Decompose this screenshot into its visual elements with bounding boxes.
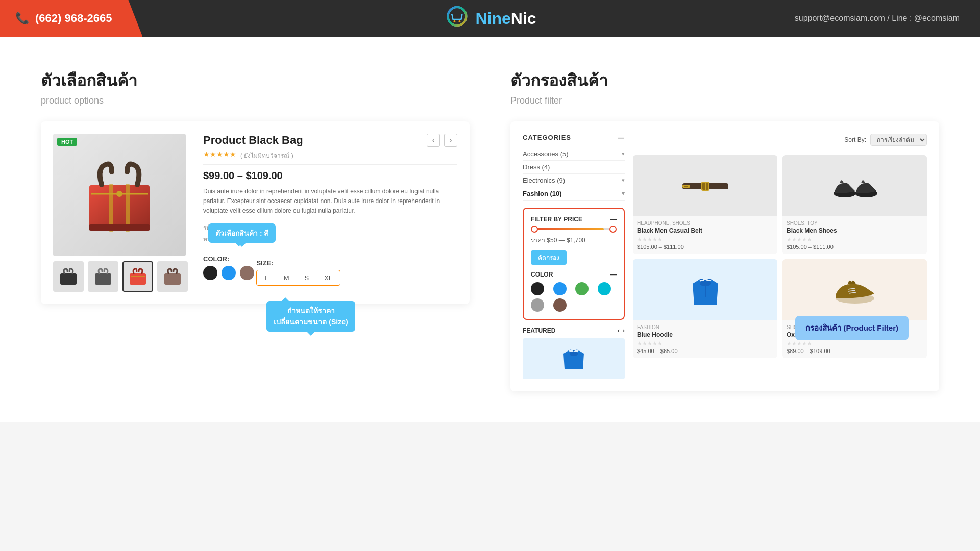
color-swatches: [203, 266, 254, 280]
cat-accessories[interactable]: Accessories (5) ▾: [523, 147, 625, 161]
filter-button[interactable]: ค้ดกรอง: [531, 250, 567, 265]
product-demo: HOT: [53, 134, 457, 292]
size-label: SIZE:: [256, 259, 340, 267]
sort-label: Sort By:: [844, 136, 866, 143]
product-card-hoodie[interactable]: FASHION Blue Hoodie ★★★★★ $45.00 – $65.0…: [633, 259, 777, 358]
cat-fashion[interactable]: Fashion (10) ▾: [523, 187, 625, 201]
sections-row: ตัวเลือกสินค้า product options ‹ › HOT: [41, 67, 939, 391]
slider-left-thumb[interactable]: [531, 226, 538, 233]
thumb-1[interactable]: [53, 261, 84, 292]
hoodie-image: [633, 259, 777, 320]
svg-point-1: [448, 7, 466, 26]
right-title-en: Product filter: [510, 95, 939, 106]
filter-color-brown[interactable]: [553, 298, 567, 312]
left-title-thai: ตัวเลือกสินค้า: [41, 67, 470, 93]
product-nav: ‹ ›: [427, 134, 457, 147]
featured-prev[interactable]: ‹: [618, 327, 620, 334]
product-stars: ★★★★★: [203, 150, 236, 158]
filter-color-cyan[interactable]: [598, 282, 611, 295]
featured-items: [523, 338, 625, 379]
size-tooltip: กำหนดให้ราคา เปลี่ยนตามขนาด (Size): [266, 301, 355, 332]
svg-rect-26: [700, 281, 711, 286]
phone-section: 📞 (662) 968-2665: [0, 0, 142, 37]
slider-right-thumb[interactable]: [609, 226, 617, 233]
hoodie-info: FASHION Blue Hoodie ★★★★★ $45.00 – $65.0…: [633, 320, 777, 358]
belt-image: [633, 155, 777, 216]
filter-demo: CATEGORIES — Accessories (5) ▾ Dress (4): [523, 134, 927, 379]
categories-label: CATEGORIES: [523, 134, 571, 141]
filter-color-green[interactable]: [575, 282, 589, 295]
logo: NineNic: [444, 5, 536, 32]
featured-next[interactable]: ›: [623, 327, 625, 334]
hoodie-price: $45.00 – $65.00: [637, 348, 773, 354]
thumb-2[interactable]: [88, 261, 118, 292]
sort-select[interactable]: การเรียงล่าตัม: [870, 134, 927, 146]
cat-arrow-fashion: ▾: [622, 190, 625, 197]
price-slider[interactable]: [531, 228, 617, 230]
product-cards-row-2: FASHION Blue Hoodie ★★★★★ $45.00 – $65.0…: [633, 259, 927, 358]
filter-color-gray[interactable]: [531, 298, 544, 312]
review-text: ( ยังไม่มีทบวิจารณ์ ): [240, 151, 293, 160]
filter-color-blue[interactable]: [553, 282, 567, 295]
filter-color-black[interactable]: [531, 282, 544, 295]
svg-rect-20: [684, 186, 688, 187]
size-M[interactable]: M: [278, 272, 296, 284]
hot-badge: HOT: [57, 138, 77, 146]
product-card-shoes[interactable]: SHOES, TOY Black Men Shoes ★★★★★ $105.00…: [782, 155, 927, 254]
thumb-3[interactable]: [122, 261, 153, 292]
cat-electronics[interactable]: Electronics (9) ▾: [523, 174, 625, 187]
thumb-4[interactable]: [157, 261, 188, 292]
logo-icon: [444, 5, 470, 32]
hoodie-name: Blue Hoodie: [637, 331, 773, 338]
product-card-oxford[interactable]: SHOES Oxford Shoes ★★★★★ $89.00 – $109.0…: [782, 259, 927, 358]
collapse-icon[interactable]: —: [618, 134, 625, 141]
product-card-belt[interactable]: HEADPHONE, SHOES Black Men Casual Belt ★…: [633, 155, 777, 254]
size-S[interactable]: S: [299, 272, 315, 284]
category-list: Accessories (5) ▾ Dress (4) Electronics …: [523, 147, 625, 201]
product-thumbnails: [53, 261, 188, 292]
featured-title: FEATURED ‹ ›: [523, 327, 625, 334]
header: 📞 (662) 968-2665 NineNic support@ecomsia…: [0, 0, 980, 37]
svg-point-3: [453, 20, 455, 22]
oxford-price: $89.00 – $109.00: [787, 348, 923, 354]
color-label: COLOR:: [203, 255, 254, 263]
oxford-stars: ★★★★★: [787, 340, 923, 347]
filter-price-title: FILTER BY PRICE —: [531, 216, 617, 223]
color-filter-swatches: [531, 282, 617, 312]
main-content: ตัวเลือกสินค้า product options ‹ › HOT: [0, 37, 980, 422]
categories-header: CATEGORIES —: [523, 134, 625, 141]
product-description: Duis aute irure dolor in reprehenderit i…: [203, 187, 457, 216]
cat-dress[interactable]: Dress (4): [523, 161, 625, 174]
product-title: Product Black Bag: [203, 134, 457, 147]
left-title-en: product options: [41, 95, 470, 106]
shoes-tag: SHOES, TOY: [787, 220, 923, 226]
svg-rect-16: [164, 273, 181, 285]
svg-point-10: [116, 191, 122, 197]
belt-stars: ★★★★★: [637, 236, 773, 243]
product-cards-row-1: HEADPHONE, SHOES Black Men Casual Belt ★…: [633, 155, 927, 254]
filter-price-box: FILTER BY PRICE — ราคา $50 — $1,700 ค้ดก…: [523, 208, 625, 320]
next-button[interactable]: ›: [444, 134, 457, 147]
product-options-card: ‹ › HOT: [41, 121, 470, 304]
color-black[interactable]: [203, 266, 217, 280]
phone-icon: 📞: [15, 12, 29, 25]
phone-number: (662) 968-2665: [35, 12, 112, 25]
svg-rect-12: [60, 273, 77, 285]
product-image-area: HOT: [53, 134, 188, 292]
shoes-image: [782, 155, 927, 216]
right-title-thai: ตัวกรองสินค้า: [510, 67, 939, 93]
bag-image: [74, 149, 165, 241]
svg-rect-13: [95, 273, 111, 285]
svg-point-4: [458, 20, 460, 22]
svg-rect-17: [570, 352, 578, 356]
color-brown[interactable]: [240, 266, 254, 280]
product-filter-card: CATEGORIES — Accessories (5) ▾ Dress (4): [510, 121, 939, 391]
color-blue[interactable]: [222, 266, 236, 280]
size-XL[interactable]: XL: [318, 272, 338, 284]
size-L[interactable]: L: [258, 272, 274, 284]
color-filter-title: COLOR —: [531, 271, 617, 278]
sort-row: Sort By: การเรียงล่าตัม: [633, 134, 927, 146]
product-info: Product Black Bag ★★★★★ ( ยังไม่มีทบวิจา…: [203, 134, 457, 286]
price-range-display: ราคา $50 — $1,700: [531, 235, 617, 245]
prev-button[interactable]: ‹: [427, 134, 440, 147]
